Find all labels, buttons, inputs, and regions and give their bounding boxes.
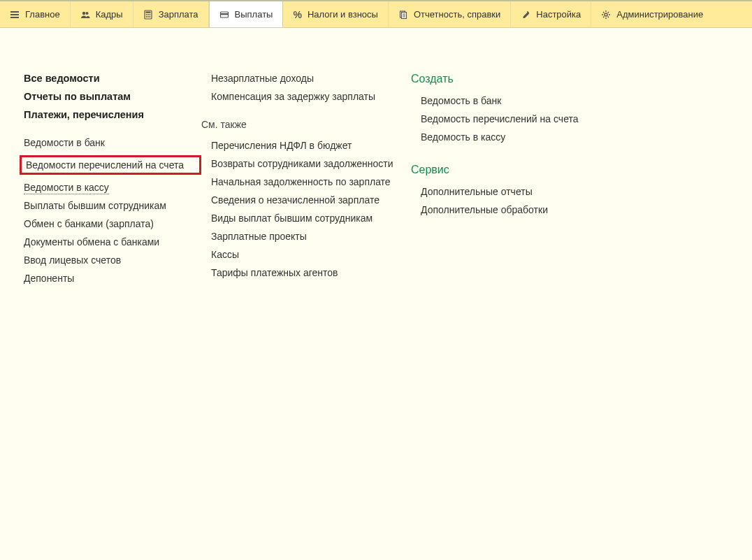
tab-label: Главное xyxy=(25,9,60,20)
link-agent-tariffs[interactable]: Тарифы платежных агентов xyxy=(211,267,411,278)
highlighted-link-box: Ведомости перечислений на счета xyxy=(20,155,201,175)
tab-label: Настройка xyxy=(536,9,581,20)
svg-rect-3 xyxy=(145,11,150,13)
column-left: Все ведомости Отчеты по выплатам Платежи… xyxy=(24,73,201,291)
see-also-label: См. также xyxy=(201,119,411,130)
svg-point-7 xyxy=(145,16,147,17)
link-delay-compensation[interactable]: Компенсация за задержку зарплаты xyxy=(211,91,411,102)
calculator-icon xyxy=(143,10,153,20)
link-create-cash-statement[interactable]: Ведомость в кассу xyxy=(421,131,621,143)
svg-point-4 xyxy=(145,14,147,15)
svg-point-0 xyxy=(82,11,85,14)
svg-point-8 xyxy=(147,16,149,17)
svg-point-5 xyxy=(147,14,149,15)
tab-personnel[interactable]: Кадры xyxy=(71,1,133,27)
link-statements-accounts[interactable]: Ведомости перечислений на счета xyxy=(26,159,195,171)
tab-payments[interactable]: Выплаты xyxy=(209,1,284,27)
wallet-icon xyxy=(219,10,229,20)
tab-taxes[interactable]: % Налоги и взносы xyxy=(283,1,389,27)
link-statements-cash[interactable]: Ведомости в кассу xyxy=(24,182,201,193)
percent-icon: % xyxy=(293,9,301,20)
heading-service[interactable]: Сервис xyxy=(411,164,621,176)
heading-all-statements[interactable]: Все ведомости xyxy=(24,73,201,84)
menu-icon xyxy=(10,10,20,20)
link-initial-debt[interactable]: Начальная задолженность по зарплате xyxy=(211,176,411,187)
link-additional-processing[interactable]: Дополнительные обработки xyxy=(421,204,621,215)
column-right: Создать Ведомость в банк Ведомость переч… xyxy=(411,73,621,291)
tab-reports[interactable]: Отчетность, справки xyxy=(389,1,511,27)
link-unpaid-info[interactable]: Сведения о незачисленной зарплате xyxy=(211,194,411,206)
tab-label: Налоги и взносы xyxy=(308,9,378,20)
tab-label: Отчетность, справки xyxy=(414,9,500,20)
column-middle: Незарплатные доходы Компенсация за задер… xyxy=(201,73,411,291)
gear-icon xyxy=(601,10,611,20)
link-former-payment-types[interactable]: Виды выплат бывшим сотрудникам xyxy=(211,213,411,224)
top-navigation: Главное Кадры Зарплата Выплаты % Налоги … xyxy=(0,1,752,28)
svg-point-9 xyxy=(149,16,150,17)
content-area: Все ведомости Отчеты по выплатам Платежи… xyxy=(0,28,752,291)
link-additional-reports[interactable]: Дополнительные отчеты xyxy=(421,186,621,197)
tab-label: Кадры xyxy=(96,9,123,20)
people-icon xyxy=(80,10,90,20)
tab-label: Выплаты xyxy=(235,9,273,20)
link-exchange-docs[interactable]: Документы обмена с банками xyxy=(24,236,201,247)
link-create-accounts-statement[interactable]: Ведомость перечислений на счета xyxy=(421,113,621,124)
link-salary-projects[interactable]: Зарплатные проекты xyxy=(211,231,411,242)
tab-salary[interactable]: Зарплата xyxy=(133,1,209,27)
heading-payments-transfers[interactable]: Платежи, перечисления xyxy=(24,109,201,120)
svg-point-1 xyxy=(85,12,88,15)
link-create-bank-statement[interactable]: Ведомость в банк xyxy=(421,95,621,106)
svg-point-6 xyxy=(149,14,150,15)
tab-admin[interactable]: Администрирование xyxy=(591,1,713,27)
tab-label: Зарплата xyxy=(159,9,198,20)
wrench-icon xyxy=(521,10,530,20)
tab-main[interactable]: Главное xyxy=(0,1,71,27)
link-former-employees[interactable]: Выплаты бывшим сотрудникам xyxy=(24,200,201,211)
link-ndfl-transfers[interactable]: Перечисления НДФЛ в бюджет xyxy=(211,140,411,151)
link-bank-exchange[interactable]: Обмен с банками (зарплата) xyxy=(24,218,201,229)
heading-create[interactable]: Создать xyxy=(411,73,621,85)
link-statements-bank[interactable]: Ведомости в банк xyxy=(24,137,201,148)
heading-payment-reports[interactable]: Отчеты по выплатам xyxy=(24,91,201,102)
link-deponents[interactable]: Депоненты xyxy=(24,273,201,284)
link-employee-returns[interactable]: Возвраты сотрудниками задолженности xyxy=(211,158,411,169)
svg-rect-11 xyxy=(220,13,228,15)
documents-icon xyxy=(398,10,408,20)
tab-settings[interactable]: Настройка xyxy=(511,1,591,27)
tab-label: Администрирование xyxy=(616,9,703,20)
svg-point-14 xyxy=(605,13,607,16)
link-non-salary-income[interactable]: Незарплатные доходы xyxy=(211,73,411,84)
link-cash-registers[interactable]: Кассы xyxy=(211,249,411,260)
link-accounts-entry[interactable]: Ввод лицевых счетов xyxy=(24,254,201,266)
